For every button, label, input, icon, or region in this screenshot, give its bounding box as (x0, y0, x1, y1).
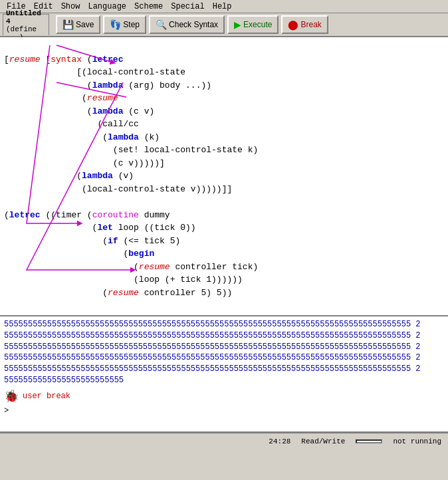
step-icon: 👣 (110, 19, 121, 30)
output-area: 5555555555555555555555555555555555555555… (0, 316, 448, 433)
break-icon: ⬤ (288, 19, 298, 30)
code-content[interactable]: [resume [syntax (letrec [(local-control-… (4, 40, 444, 315)
file-tab[interactable]: Untitled 4 (define ...) (3, 14, 49, 35)
save-label: Save (76, 20, 94, 29)
break-button[interactable]: ⬤ Break (281, 15, 328, 34)
save-button[interactable]: 💾 Save (56, 15, 100, 34)
toolbar: Untitled 4 (define ...) 💾 Save 👣 Step 🔍 … (0, 13, 448, 37)
run-status: not running (393, 437, 441, 445)
menu-special[interactable]: Special (167, 1, 208, 13)
save-icon: 💾 (62, 19, 74, 30)
statusbar: 24:28 Read/Write not running (0, 433, 448, 449)
editor-scroll[interactable]: [resume [syntax (letrec [(local-control-… (0, 37, 448, 315)
bug-icon: 🐞 (4, 389, 19, 404)
step-label: Step (123, 20, 140, 29)
menu-language[interactable]: Language (84, 1, 130, 13)
menu-scheme[interactable]: Scheme (130, 1, 167, 13)
execute-button[interactable]: ▶ Execute (227, 15, 279, 34)
output-text: 5555555555555555555555555555555555555555… (4, 319, 444, 386)
menubar: File Edit Show Language Scheme Special H… (0, 0, 448, 13)
status-box (356, 439, 382, 443)
prompt-symbol: > (4, 406, 9, 416)
editor-area: [resume [syntax (letrec [(local-control-… (0, 37, 448, 316)
check-syntax-label: Check Syntax (169, 20, 218, 29)
execute-icon: ▶ (234, 19, 241, 30)
magnify-icon: 🔍 (156, 19, 167, 30)
edit-mode: Read/Write (301, 437, 345, 445)
error-text: user break (23, 392, 70, 401)
prompt-line: > (4, 406, 444, 416)
cursor-position: 24:28 (269, 437, 290, 445)
menu-help[interactable]: Help (209, 1, 236, 13)
error-line: 🐞 user break (4, 389, 444, 404)
break-label: Break (300, 20, 321, 29)
execute-label: Execute (243, 20, 272, 29)
menu-show[interactable]: Show (57, 1, 84, 13)
step-button[interactable]: 👣 Step (103, 15, 146, 34)
check-syntax-button[interactable]: 🔍 Check Syntax (149, 15, 225, 34)
file-tab-title: Untitled 4 (6, 9, 46, 25)
output-scroll[interactable]: 5555555555555555555555555555555555555555… (0, 316, 448, 431)
